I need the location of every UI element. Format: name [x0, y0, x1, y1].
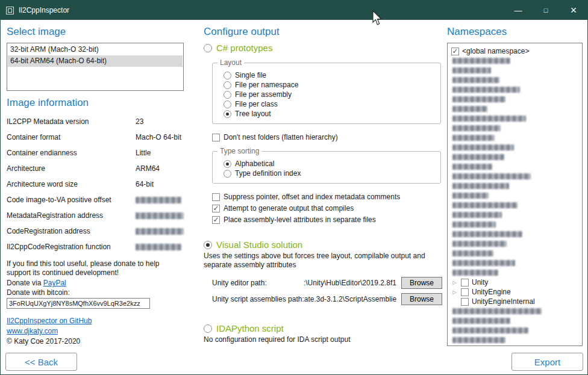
suppress-metadata-checkbox-label: Suppress pointer, offset and index metad… — [224, 193, 400, 201]
radio-option[interactable]: Tree layout — [224, 109, 434, 119]
namespace-item — [449, 95, 580, 104]
close-button[interactable]: × — [560, 1, 587, 20]
namespace-item — [449, 229, 580, 239]
expander-icon[interactable]: ▷ — [451, 290, 458, 295]
image-information-heading: Image information — [7, 97, 184, 109]
namespace-checkbox[interactable] — [461, 279, 469, 287]
radio-option[interactable]: Type definition index — [224, 169, 434, 178]
radio-icon — [224, 170, 231, 178]
github-link[interactable]: Il2CppInspector on GitHub — [7, 317, 92, 325]
redacted-namespace — [452, 58, 510, 64]
namespace-item — [449, 326, 580, 335]
radio-option[interactable]: Single file — [224, 70, 434, 80]
export-button[interactable]: Export — [511, 353, 583, 371]
unity-editor-path-value[interactable]: :\Unity\Hub\Editor\2019.2.8f1 — [267, 279, 396, 287]
compilable-output-checkbox-label: Attempt to generate output that compiles — [224, 204, 354, 212]
window-controls: — □ × — [504, 1, 587, 20]
namespace-item — [449, 258, 580, 268]
compilable-output-checkbox-icon — [212, 205, 220, 212]
redacted-namespace — [452, 135, 495, 141]
redacted-namespace — [452, 212, 502, 218]
bitcoin-address-input[interactable] — [7, 298, 150, 309]
separate-attributes-checkbox[interactable]: Place assembly-level attributes in separ… — [212, 215, 446, 224]
unity-editor-path-label: Unity editor path: — [212, 279, 267, 287]
namespace-item[interactable]: ▷Unity — [449, 277, 580, 287]
flatten-checkbox-label: Don't nest folders (flatten hierarchy) — [224, 133, 338, 141]
namespace-item — [449, 200, 580, 210]
visual-studio-description: Uses the settings above but forces tree … — [204, 252, 445, 270]
radio-option[interactable]: File per class — [224, 99, 434, 109]
redacted-namespace — [452, 77, 499, 83]
image-list-item[interactable]: 32-bit ARM (Mach-O 32-bit) — [8, 44, 183, 55]
suppress-metadata-checkbox[interactable]: Suppress pointer, offset and index metad… — [212, 193, 446, 201]
image-list-item[interactable]: 64-bit ARM64 (Mach-O 64-bit) — [8, 55, 183, 67]
unity-editor-path-row: Unity editor path: :\Unity\Hub\Editor\20… — [212, 277, 442, 289]
visual-studio-option[interactable]: Visual Studio solution — [204, 240, 446, 250]
radio-option-label: Tree layout — [235, 110, 271, 118]
radio-icon — [224, 72, 231, 79]
info-value: 64-bit — [136, 180, 154, 188]
visual-studio-radio-icon — [204, 241, 212, 249]
csharp-prototypes-label: C# prototypes — [216, 43, 272, 53]
namespace-item[interactable]: ▷UnityEngine — [449, 287, 580, 297]
redacted-value — [136, 244, 181, 250]
maximize-button[interactable]: □ — [532, 1, 560, 20]
radio-icon — [224, 81, 231, 89]
type-sorting-options: AlphabeticalType definition index — [219, 159, 434, 178]
namespace-checkbox[interactable] — [451, 48, 459, 55]
namespace-item — [449, 56, 580, 66]
namespaces-panel: Namespaces <global namespace>▷Unity▷Unit… — [447, 20, 583, 346]
namespace-item — [449, 191, 580, 200]
info-row: CodeRegistration address — [7, 223, 184, 239]
mouse-cursor — [372, 10, 383, 26]
namespace-item — [449, 239, 580, 249]
unity-script-path-value[interactable]: ate.3d-3.1.2\ScriptAssemblies — [304, 295, 396, 303]
namespace-checkbox[interactable] — [461, 298, 469, 306]
paypal-link[interactable]: PayPal — [43, 279, 66, 287]
info-label: CodeRegistration address — [7, 227, 136, 235]
radio-option[interactable]: File per assembly — [224, 90, 434, 99]
namespace-item — [449, 306, 580, 316]
flatten-checkbox[interactable]: Don't nest folders (flatten hierarchy) — [212, 133, 446, 141]
back-button[interactable]: << Back — [5, 353, 77, 371]
info-row: Container formatMach-O 64-bit — [7, 129, 184, 145]
namespace-item[interactable]: <global namespace> — [449, 46, 580, 56]
window-title: Il2CppInspector — [19, 6, 69, 14]
unity-script-browse-button[interactable]: Browse — [401, 293, 442, 305]
donate-bitcoin-label: Donate with bitcoin: — [7, 288, 184, 297]
info-label: Il2CppCodeRegistration function — [7, 243, 136, 251]
donate-text: If you find this tool useful, please don… — [7, 259, 178, 277]
website-link[interactable]: www.djkaty.com — [7, 327, 58, 335]
namespace-item — [449, 162, 580, 172]
radio-option-label: File per assembly — [235, 90, 292, 99]
csharp-prototypes-option[interactable]: C# prototypes — [204, 43, 446, 53]
radio-option-label: File per class — [235, 100, 278, 108]
configure-output-heading: Configure output — [204, 26, 446, 38]
radio-option[interactable]: File per namespace — [224, 80, 434, 90]
compilable-output-checkbox[interactable]: Attempt to generate output that compiles — [212, 204, 446, 212]
image-list[interactable]: 32-bit ARM (Mach-O 32-bit)64-bit ARM64 (… — [7, 43, 184, 91]
redacted-namespace — [452, 222, 496, 228]
expander-icon[interactable]: ▷ — [451, 280, 458, 285]
layout-groupbox: Layout Single fileFile per namespaceFile… — [212, 63, 441, 124]
redacted-value — [136, 228, 184, 235]
redacted-namespace — [452, 327, 528, 333]
namespace-item — [449, 152, 580, 162]
info-value: ARM64 — [136, 164, 160, 173]
unity-editor-browse-button[interactable]: Browse — [401, 277, 442, 289]
idapython-option[interactable]: IDAPython script — [204, 323, 446, 333]
info-label: MetadataRegistration address — [7, 211, 136, 220]
namespace-item[interactable]: UnityEngineInternal — [449, 297, 580, 306]
image-info-table: IL2CPP Metadata version23Container forma… — [7, 114, 184, 255]
radio-option-label: Type definition index — [235, 169, 301, 178]
namespace-label: UnityEngine — [472, 288, 511, 296]
minimize-button[interactable]: — — [504, 1, 532, 20]
redacted-namespace — [452, 144, 514, 150]
radio-option[interactable]: Alphabetical — [224, 159, 434, 169]
namespace-item — [449, 133, 580, 143]
title-bar[interactable]: Il2CppInspector — □ × — [1, 1, 587, 20]
namespace-checkbox[interactable] — [461, 288, 469, 296]
unity-script-path-label: Unity script assemblies path: — [212, 295, 304, 303]
info-row: IL2CPP Metadata version23 — [7, 114, 184, 129]
namespace-list[interactable]: <global namespace>▷Unity▷UnityEngineUnit… — [447, 43, 583, 346]
